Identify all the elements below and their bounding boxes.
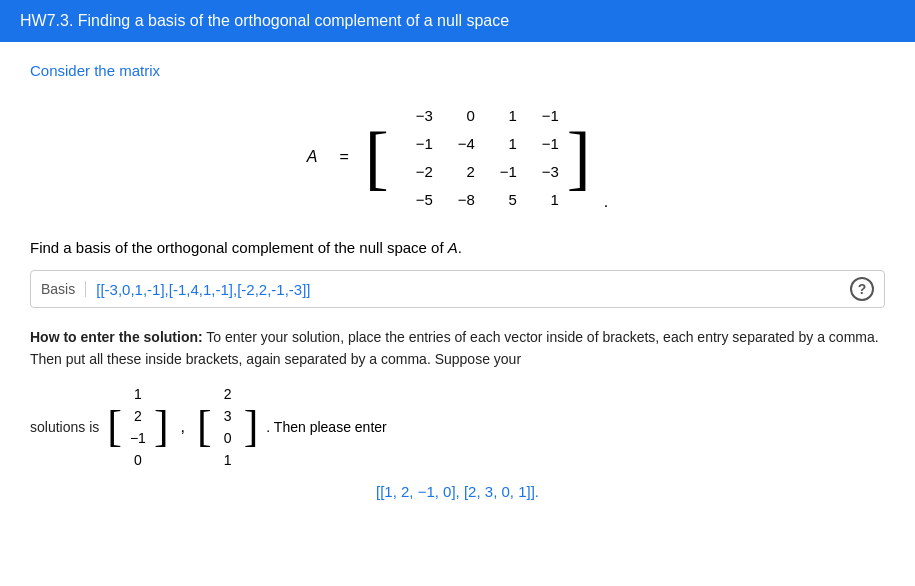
basis-row: Basis ? [30,270,885,308]
cell-3-0: −5 [411,191,433,208]
cell-2-2: −1 [495,163,517,180]
bracket-left-icon: [ [365,121,389,193]
vector2-wrapper: [ 2 3 0 1 ] [197,381,258,473]
example-line: [[1, 2, −1, 0], [2, 3, 0, 1]]. [30,483,885,500]
cell-0-1: 0 [453,107,475,124]
page-header: HW7.3. Finding a basis of the orthogonal… [0,0,915,42]
basis-label: Basis [41,281,86,297]
matrix-equation: A = [ −3 0 1 −1 −1 −4 1 −1 −2 2 [307,97,608,217]
cell-0-0: −3 [411,107,433,124]
v2-3: 1 [224,452,232,468]
matrix-wrapper: [ −3 0 1 −1 −1 −4 1 −1 −2 2 −1 −3 [365,97,591,217]
v1-2: −1 [130,430,146,446]
vector1-bracket-left: [ [107,405,122,449]
solutions-label: solutions is [30,419,99,435]
cell-2-3: −3 [537,163,559,180]
vector1-grid: 1 2 −1 0 [122,381,154,473]
v1-3: 0 [134,452,142,468]
v2-0: 2 [224,386,232,402]
matrix-section: A = [ −3 0 1 −1 −1 −4 1 −1 −2 2 [30,97,885,217]
how-to-section: How to enter the solution: To enter your… [30,326,885,371]
cell-2-0: −2 [411,163,433,180]
basis-input[interactable] [96,281,840,298]
cell-3-3: 1 [537,191,559,208]
cell-0-2: 1 [495,107,517,124]
v1-1: 2 [134,408,142,424]
cell-3-1: −8 [453,191,475,208]
then-enter: . Then please enter [266,419,386,435]
vectors-comma: , [181,418,185,436]
matrix-label: A [307,148,318,166]
matrix-grid: −3 0 1 −1 −1 −4 1 −1 −2 2 −1 −3 −5 −8 [389,97,567,217]
consider-label: Consider the matrix [30,62,885,79]
vector1-bracket-right: ] [154,405,169,449]
find-basis-end: . [458,239,462,256]
cell-2-1: 2 [453,163,475,180]
find-basis-prefix: Find a basis of the orthogonal complemen… [30,239,448,256]
cell-0-3: −1 [537,107,559,124]
matrix-period: . [604,193,608,211]
v2-1: 3 [224,408,232,424]
solutions-row: solutions is [ 1 2 −1 0 ] , [ 2 3 0 1 ] … [30,381,885,473]
cell-1-0: −1 [411,135,433,152]
header-title: HW7.3. Finding a basis of the orthogonal… [20,12,509,29]
bracket-right-icon: ] [567,121,591,193]
find-basis-italic: A [448,239,458,256]
help-icon-label: ? [858,281,867,297]
cell-3-2: 5 [495,191,517,208]
vector2-bracket-right: ] [244,405,259,449]
v2-2: 0 [224,430,232,446]
eq-sign: = [339,148,348,166]
v1-0: 1 [134,386,142,402]
vector2-bracket-left: [ [197,405,212,449]
cell-1-1: −4 [453,135,475,152]
vector2-grid: 2 3 0 1 [212,381,244,473]
cell-1-2: 1 [495,135,517,152]
cell-1-3: −1 [537,135,559,152]
vector1-wrapper: [ 1 2 −1 0 ] [107,381,168,473]
find-basis-text: Find a basis of the orthogonal complemen… [30,239,885,256]
main-content: Consider the matrix A = [ −3 0 1 −1 −1 −… [0,42,915,520]
how-to-title: How to enter the solution: [30,329,203,345]
help-icon[interactable]: ? [850,277,874,301]
